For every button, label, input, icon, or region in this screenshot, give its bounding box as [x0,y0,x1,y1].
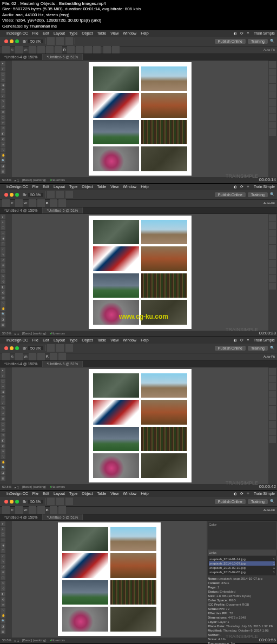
type-tool[interactable]: T [1,88,5,93]
hand-tool[interactable]: ✋ [1,153,5,158]
panel-icon[interactable] [269,69,276,76]
creative-cloud-icon[interactable]: ◐ [234,31,237,36]
page-tool[interactable]: ◫ [1,72,5,77]
meta-size: Size: 5607225 bytes (5.35 MiB), duration… [2,6,275,12]
brand-watermark: TRAINSIMPLE [226,173,258,179]
autofit-label[interactable]: Auto-Fit [263,48,275,51]
link-row[interactable]: unsplash_2014-01-14.jpg 1 [209,557,275,561]
tab-1[interactable]: *Untitled-4 @ 150% [0,54,43,60]
menu-object[interactable]: Object [82,31,93,35]
zoom-tool[interactable]: 🔍 [1,158,5,163]
note-tool[interactable]: ✉ [1,142,5,147]
search-icon[interactable]: 🔍 [270,39,275,44]
placed-image-7[interactable] [93,146,139,171]
document-page[interactable] [89,62,192,176]
status-zoom[interactable]: 50.8% [2,178,11,182]
wifi-icon[interactable]: ᯤ [247,31,250,35]
link-row[interactable]: unsplash_2015-02-05.jpg 1 [209,570,275,574]
zoom-window[interactable] [15,39,19,43]
link-row[interactable]: unsplash_2015-03-10.jpg 1 [209,566,275,570]
app-toolbar: Br 50.8% Publish Online Training 🔍 [0,37,277,46]
fill-stroke[interactable]: ◪ [1,164,5,169]
placed-image-4[interactable] [141,93,187,118]
flip-v-icon[interactable] [93,46,101,53]
status-errors[interactable]: No errors [51,178,65,182]
timestamp: 00:00:42 [259,484,276,489]
link-row-selected[interactable]: unsplash_2014-10-07.jpg 1 [209,561,275,566]
menu-type[interactable]: Type [69,31,77,35]
menu-edit[interactable]: Edit [43,31,49,35]
menu-window[interactable]: Window [123,31,136,35]
timestamp: 00:00:56 [259,638,276,642]
right-label: Train Simple [254,31,275,35]
status-basic[interactable]: [Basic] (working) [22,178,46,182]
close-window[interactable] [4,39,8,43]
placed-image-6[interactable] [141,120,187,145]
menu-view[interactable]: View [110,31,118,35]
view-mode[interactable]: ▦ [1,169,5,174]
panel-icon[interactable] [269,122,276,129]
free-transform-tool[interactable]: ⟲ [1,126,5,131]
color-panel-header[interactable]: Color [208,522,276,549]
direct-select-tool[interactable]: ▹ [1,66,5,71]
gradient-tool[interactable]: ◧ [1,131,5,136]
content-collector-tool[interactable]: ◉ [1,83,5,88]
sync-icon[interactable]: ⟳ [240,31,243,36]
pencil-tool[interactable]: ✐ [1,104,5,109]
constrain-icon[interactable] [37,46,45,53]
eyedropper-tool[interactable]: ⟍ [1,147,5,152]
thumbnail-frame-4: InDesign CCFileEditLayoutTypeObjectTable… [0,491,277,643]
document-tabs: *Untitled-4 @ 150% *Untitled-5 @ 51% [0,54,277,61]
placed-image-3[interactable] [93,93,139,118]
thumbnail-frame-1: InDesign CC File Edit Layout Type Object… [0,30,277,183]
canvas[interactable] [12,61,268,177]
brand-watermark: TRAINSIMPLE [226,327,258,332]
zoom-level[interactable]: 50.8% [28,39,43,43]
minimize-window[interactable] [10,39,14,43]
arrange-icon[interactable] [65,37,73,45]
scissors-tool[interactable]: ✂ [1,120,5,125]
brand-watermark: TRAINSIMPLE [226,634,258,639]
panel-icon[interactable] [269,106,276,113]
pen-tool[interactable]: ✎ [1,99,5,104]
panel-icon[interactable] [269,61,276,68]
menu-layout[interactable]: Layout [54,31,65,35]
placed-image-8[interactable] [141,146,187,171]
line-tool[interactable]: ⟋ [1,93,5,98]
placed-image-2[interactable] [141,66,187,91]
meta-video: Video: h264, yuv420p, 1280x720, 30.00 fp… [2,18,275,23]
view-options-icon[interactable] [47,37,55,45]
panel-icon[interactable] [269,91,276,98]
placed-image-1[interactable] [93,66,139,91]
toolbox: ▸▹ ◫↔ ◉T ⟋✎ ✐⊠ ▢✂ ⟲◧ ◐✉ ⟍✋ 🔍◪ ▦ [0,61,12,177]
training-button[interactable]: Training [248,39,268,44]
reference-point-icon[interactable] [2,46,10,53]
timestamp: 00:00:14 [259,177,276,182]
panel-icon[interactable] [269,114,276,121]
flip-h-icon[interactable] [84,46,92,53]
watermark-url: www.cg-ku.com [119,313,168,320]
bridge-icon[interactable]: Br [23,39,27,43]
menu-help[interactable]: Help [141,31,148,35]
panel-icon[interactable] [269,99,276,106]
panel-icon[interactable] [269,129,276,136]
selection-tool[interactable]: ▸ [1,61,5,66]
thumbnail-frame-2: InDesign CCFileEditLayoutTypeObjectTable… [0,184,277,337]
menu-table[interactable]: Table [97,31,106,35]
publish-button[interactable]: Publish Online [215,39,246,44]
timestamp: 00:00:28 [259,331,276,336]
tab-2[interactable]: *Untitled-5 @ 51% [43,54,83,60]
menu-file[interactable]: File [32,31,38,35]
rectangle-frame-tool[interactable]: ⊠ [1,110,5,115]
placed-image-5[interactable] [93,120,139,145]
rectangle-tool[interactable]: ▢ [1,115,5,120]
gradient-feather-tool[interactable]: ◐ [1,137,5,142]
links-list: unsplash_2014-01-14.jpg 1 unsplash_2014-… [208,556,276,575]
screen-mode-icon[interactable] [56,37,64,45]
panel-icon[interactable] [269,84,276,91]
links-panel-title[interactable]: Links [208,550,276,555]
gap-tool[interactable]: ↔ [1,77,5,82]
panel-icon[interactable] [269,76,276,83]
meta-gen: Generated by Thumbnail me [2,24,275,29]
panel-dock [268,61,277,177]
